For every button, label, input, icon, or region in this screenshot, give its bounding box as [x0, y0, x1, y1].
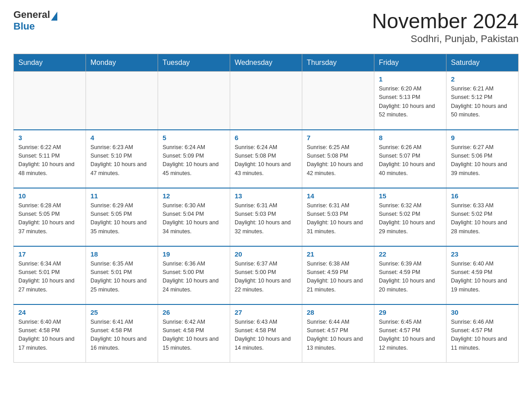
calendar-cell: 10Sunrise: 6:28 AMSunset: 5:05 PMDayligh… [14, 188, 86, 246]
page-header: General Blue November 2024 Sodhri, Punja… [13, 9, 519, 45]
calendar-cell: 27Sunrise: 6:43 AMSunset: 4:58 PMDayligh… [230, 304, 302, 363]
day-info: Sunrise: 6:28 AMSunset: 5:05 PMDaylight:… [18, 201, 81, 236]
week-row-4: 17Sunrise: 6:34 AMSunset: 5:01 PMDayligh… [14, 246, 519, 304]
day-number: 29 [379, 308, 442, 316]
calendar-cell: 28Sunrise: 6:44 AMSunset: 4:57 PMDayligh… [302, 304, 374, 363]
calendar-cell: 21Sunrise: 6:38 AMSunset: 4:59 PMDayligh… [302, 246, 374, 304]
day-info: Sunrise: 6:38 AMSunset: 4:59 PMDaylight:… [307, 260, 369, 295]
calendar-location: Sodhri, Punjab, Pakistan [372, 33, 519, 45]
day-number: 28 [307, 308, 369, 316]
calendar-cell: 3Sunrise: 6:22 AMSunset: 5:11 PMDaylight… [14, 130, 86, 188]
calendar-title-block: November 2024 Sodhri, Punjab, Pakistan [372, 9, 519, 45]
day-number: 9 [451, 134, 514, 141]
logo-general-text: General [13, 9, 50, 21]
day-number: 25 [90, 308, 153, 316]
calendar-cell: 20Sunrise: 6:37 AMSunset: 5:00 PMDayligh… [230, 246, 302, 304]
week-row-5: 24Sunrise: 6:40 AMSunset: 4:58 PMDayligh… [14, 304, 519, 363]
calendar-cell: 30Sunrise: 6:46 AMSunset: 4:57 PMDayligh… [446, 304, 519, 363]
logo-triangle-icon [51, 12, 57, 21]
day-info: Sunrise: 6:43 AMSunset: 4:58 PMDaylight:… [235, 318, 297, 353]
day-number: 2 [451, 75, 514, 83]
day-number: 11 [90, 192, 153, 200]
calendar-cell: 1Sunrise: 6:20 AMSunset: 5:13 PMDaylight… [374, 72, 446, 130]
logo-blue-text: Blue [13, 21, 35, 32]
calendar-cell: 18Sunrise: 6:35 AMSunset: 5:01 PMDayligh… [86, 246, 158, 304]
day-number: 23 [451, 250, 514, 258]
calendar-cell: 16Sunrise: 6:33 AMSunset: 5:02 PMDayligh… [446, 188, 519, 246]
week-row-3: 10Sunrise: 6:28 AMSunset: 5:05 PMDayligh… [14, 188, 519, 246]
day-info: Sunrise: 6:29 AMSunset: 5:05 PMDaylight:… [90, 201, 153, 236]
calendar-cell: 14Sunrise: 6:31 AMSunset: 5:03 PMDayligh… [302, 188, 374, 246]
day-info: Sunrise: 6:23 AMSunset: 5:10 PMDaylight:… [90, 143, 153, 178]
day-number: 6 [235, 134, 297, 141]
day-info: Sunrise: 6:37 AMSunset: 5:00 PMDaylight:… [235, 260, 297, 295]
day-number: 15 [379, 192, 442, 200]
calendar-cell: 24Sunrise: 6:40 AMSunset: 4:58 PMDayligh… [14, 304, 86, 363]
calendar-cell: 5Sunrise: 6:24 AMSunset: 5:09 PMDaylight… [158, 130, 230, 188]
day-number: 8 [379, 134, 442, 141]
day-number: 22 [379, 250, 442, 258]
header-friday: Friday [374, 54, 446, 72]
day-number: 26 [163, 308, 225, 316]
header-wednesday: Wednesday [230, 54, 302, 72]
calendar-cell: 4Sunrise: 6:23 AMSunset: 5:10 PMDaylight… [86, 130, 158, 188]
calendar-cell [14, 72, 86, 130]
calendar-cell: 6Sunrise: 6:24 AMSunset: 5:08 PMDaylight… [230, 130, 302, 188]
day-number: 18 [90, 250, 153, 258]
day-number: 30 [451, 308, 514, 316]
calendar-cell: 15Sunrise: 6:32 AMSunset: 5:02 PMDayligh… [374, 188, 446, 246]
calendar-cell: 23Sunrise: 6:40 AMSunset: 4:59 PMDayligh… [446, 246, 519, 304]
day-info: Sunrise: 6:46 AMSunset: 4:57 PMDaylight:… [451, 318, 514, 353]
day-info: Sunrise: 6:33 AMSunset: 5:02 PMDaylight:… [451, 201, 514, 236]
day-number: 21 [307, 250, 369, 258]
day-info: Sunrise: 6:21 AMSunset: 5:12 PMDaylight:… [451, 85, 514, 120]
day-info: Sunrise: 6:30 AMSunset: 5:04 PMDaylight:… [163, 201, 225, 236]
day-number: 13 [235, 192, 297, 200]
day-info: Sunrise: 6:31 AMSunset: 5:03 PMDaylight:… [235, 201, 297, 236]
day-number: 16 [451, 192, 514, 200]
day-info: Sunrise: 6:36 AMSunset: 5:00 PMDaylight:… [163, 260, 225, 295]
day-info: Sunrise: 6:32 AMSunset: 5:02 PMDaylight:… [379, 201, 442, 236]
day-info: Sunrise: 6:20 AMSunset: 5:13 PMDaylight:… [379, 85, 442, 120]
day-number: 20 [235, 250, 297, 258]
day-number: 19 [163, 250, 225, 258]
day-number: 7 [307, 134, 369, 141]
week-row-1: 1Sunrise: 6:20 AMSunset: 5:13 PMDaylight… [14, 72, 519, 130]
calendar-cell: 11Sunrise: 6:29 AMSunset: 5:05 PMDayligh… [86, 188, 158, 246]
day-info: Sunrise: 6:27 AMSunset: 5:06 PMDaylight:… [451, 143, 514, 178]
calendar-cell: 29Sunrise: 6:45 AMSunset: 4:57 PMDayligh… [374, 304, 446, 363]
calendar-cell: 22Sunrise: 6:39 AMSunset: 4:59 PMDayligh… [374, 246, 446, 304]
calendar-cell: 13Sunrise: 6:31 AMSunset: 5:03 PMDayligh… [230, 188, 302, 246]
day-number: 1 [379, 75, 442, 83]
day-info: Sunrise: 6:40 AMSunset: 4:58 PMDaylight:… [18, 318, 81, 353]
header-thursday: Thursday [302, 54, 374, 72]
day-number: 24 [18, 308, 81, 316]
calendar-cell: 19Sunrise: 6:36 AMSunset: 5:00 PMDayligh… [158, 246, 230, 304]
day-info: Sunrise: 6:39 AMSunset: 4:59 PMDaylight:… [379, 260, 442, 295]
calendar-cell [302, 72, 374, 130]
day-number: 4 [90, 134, 153, 141]
day-info: Sunrise: 6:42 AMSunset: 4:58 PMDaylight:… [163, 318, 225, 353]
day-number: 17 [18, 250, 81, 258]
header-saturday: Saturday [446, 54, 519, 72]
day-info: Sunrise: 6:41 AMSunset: 4:58 PMDaylight:… [90, 318, 153, 353]
day-info: Sunrise: 6:35 AMSunset: 5:01 PMDaylight:… [90, 260, 153, 295]
calendar-cell: 12Sunrise: 6:30 AMSunset: 5:04 PMDayligh… [158, 188, 230, 246]
day-info: Sunrise: 6:31 AMSunset: 5:03 PMDaylight:… [307, 201, 369, 236]
calendar-month-year: November 2024 [372, 9, 519, 33]
calendar-cell: 8Sunrise: 6:26 AMSunset: 5:07 PMDaylight… [374, 130, 446, 188]
day-number: 3 [18, 134, 81, 141]
day-number: 5 [163, 134, 225, 141]
calendar-cell: 2Sunrise: 6:21 AMSunset: 5:12 PMDaylight… [446, 72, 519, 130]
day-number: 14 [307, 192, 369, 200]
calendar-cell: 25Sunrise: 6:41 AMSunset: 4:58 PMDayligh… [86, 304, 158, 363]
day-number: 12 [163, 192, 225, 200]
day-info: Sunrise: 6:22 AMSunset: 5:11 PMDaylight:… [18, 143, 81, 178]
calendar-cell: 26Sunrise: 6:42 AMSunset: 4:58 PMDayligh… [158, 304, 230, 363]
header-tuesday: Tuesday [158, 54, 230, 72]
day-info: Sunrise: 6:24 AMSunset: 5:09 PMDaylight:… [163, 143, 225, 178]
logo: General Blue [13, 9, 57, 32]
header-monday: Monday [86, 54, 158, 72]
calendar-table: SundayMondayTuesdayWednesdayThursdayFrid… [13, 54, 519, 363]
day-number: 10 [18, 192, 81, 200]
